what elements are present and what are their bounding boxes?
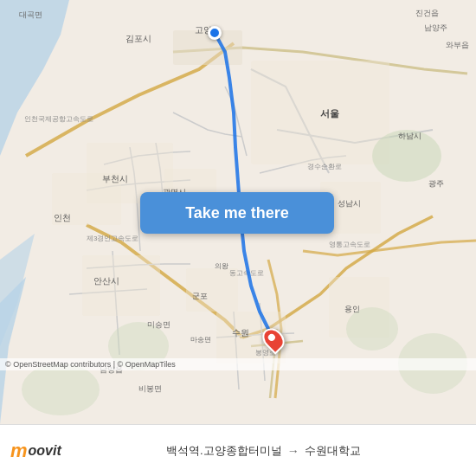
svg-text:미승면: 미승면 [147, 320, 170, 329]
map-attribution: © OpenStreetMap contributors | © OpenMap… [0, 358, 476, 370]
svg-text:수원: 수원 [232, 328, 249, 338]
svg-text:김포시: 김포시 [125, 34, 151, 43]
svg-text:하남시: 하남시 [398, 132, 421, 140]
svg-point-12 [346, 307, 398, 351]
svg-text:서울: 서울 [320, 108, 339, 119]
svg-text:진건읍: 진건읍 [415, 9, 439, 17]
destination-marker [264, 327, 283, 351]
route-to: 수원대학교 [305, 443, 361, 459]
take-me-there-button[interactable]: Take me there [140, 192, 334, 234]
svg-text:용인: 용인 [344, 305, 360, 313]
svg-text:와부읍: 와부읍 [446, 41, 469, 49]
map-container: 대곡면 진건읍 남양주 와부읍 김포시 고양 서울 인천 부천시 광명시 하남시… [0, 0, 476, 424]
origin-marker [208, 26, 222, 40]
svg-text:영통고속도로: 영통고속도로 [329, 241, 370, 248]
route-from: 백석역.고양종합터미널 [166, 443, 282, 459]
svg-rect-6 [82, 255, 160, 316]
svg-text:제3경인고속도로: 제3경인고속도로 [87, 235, 138, 242]
svg-text:인천국제공항고속도로: 인천국제공항고속도로 [24, 115, 93, 123]
svg-text:인천: 인천 [54, 213, 71, 222]
route-info: 백석역.고양종합터미널 → 수원대학교 [61, 443, 466, 459]
route-arrow-icon: → [287, 444, 299, 458]
svg-point-14 [22, 363, 100, 415]
moovit-logo: m oovit [10, 440, 61, 462]
svg-text:마송면: 마송면 [190, 336, 211, 344]
svg-text:비봉면: 비봉면 [138, 384, 162, 393]
svg-text:성남시: 성남시 [338, 199, 361, 208]
logo-icon: m [10, 440, 27, 462]
logo-text: oovit [29, 443, 61, 459]
bottom-bar: m oovit 백석역.고양종합터미널 → 수원대학교 [0, 424, 476, 476]
svg-text:부천시: 부천시 [102, 174, 128, 183]
svg-text:군포: 군포 [192, 292, 208, 300]
svg-text:대곡면: 대곡면 [19, 10, 42, 19]
svg-text:경수순환로: 경수순환로 [307, 163, 342, 170]
svg-text:남양주: 남양주 [424, 23, 447, 32]
svg-text:안산시: 안산시 [93, 276, 119, 286]
svg-text:광주: 광주 [428, 179, 444, 188]
svg-text:의왕: 의왕 [215, 262, 228, 270]
